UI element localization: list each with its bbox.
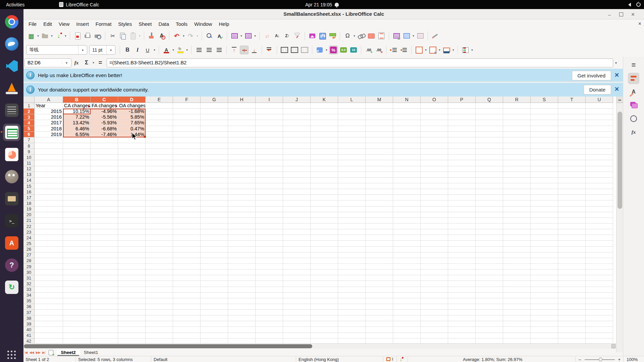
cell-B39[interactable] — [63, 321, 91, 327]
cell-P30[interactable] — [448, 269, 476, 275]
cell-U24[interactable] — [586, 235, 613, 241]
row-header-35[interactable]: 35 — [23, 298, 35, 304]
column-header-N[interactable]: N — [393, 97, 421, 103]
cell-P28[interactable] — [448, 258, 476, 264]
cell-I7[interactable] — [256, 137, 283, 143]
cell-N37[interactable] — [393, 310, 421, 315]
expand-formula-bar-icon[interactable] — [615, 61, 621, 65]
menu-data[interactable]: Data — [155, 20, 172, 28]
cell-G32[interactable] — [201, 281, 228, 287]
cell-A2[interactable]: 2015 — [35, 109, 63, 114]
sidebar-navigator-icon[interactable] — [628, 113, 639, 124]
center-vertically-icon[interactable] — [240, 46, 249, 54]
cell-E27[interactable] — [146, 252, 173, 258]
grid-rows[interactable]: 1YearCA changesFA changesOA changes22015… — [23, 103, 616, 344]
cell-A8[interactable] — [35, 143, 63, 149]
cell-S19[interactable] — [531, 206, 558, 212]
insert-chart-icon[interactable] — [318, 32, 327, 40]
dock-item-terminal[interactable] — [3, 212, 20, 230]
cell-O29[interactable] — [421, 264, 448, 269]
name-box-dropdown-icon[interactable] — [62, 61, 71, 65]
column-header-G[interactable]: G — [201, 97, 228, 103]
cell-D23[interactable] — [118, 229, 146, 235]
cell-R35[interactable] — [503, 298, 531, 304]
cell-F21[interactable] — [173, 218, 201, 224]
cell-P15[interactable] — [448, 183, 476, 189]
cell-R20[interactable] — [503, 212, 531, 218]
cell-G36[interactable] — [201, 304, 228, 310]
new-dropdown-icon[interactable] — [36, 32, 40, 40]
cell-F23[interactable] — [173, 229, 201, 235]
cell-G19[interactable] — [201, 206, 228, 212]
cell-U1[interactable] — [586, 103, 613, 109]
cell-S40[interactable] — [531, 327, 558, 333]
cell-R31[interactable] — [503, 275, 531, 281]
cell-I37[interactable] — [256, 310, 283, 315]
cell-C6[interactable]: -7.46% — [91, 132, 118, 137]
cell-N34[interactable] — [393, 293, 421, 298]
cell-R25[interactable] — [503, 241, 531, 246]
row-header-13[interactable]: 13 — [23, 172, 35, 178]
cell-N31[interactable] — [393, 275, 421, 281]
cell-L19[interactable] — [338, 206, 366, 212]
cell-U7[interactable] — [586, 137, 613, 143]
cell-H41[interactable] — [228, 333, 256, 339]
cell-S20[interactable] — [531, 212, 558, 218]
cell-G20[interactable] — [201, 212, 228, 218]
cell-F11[interactable] — [173, 160, 201, 166]
cell-K23[interactable] — [311, 229, 338, 235]
cell-M31[interactable] — [366, 275, 393, 281]
cell-T8[interactable] — [558, 143, 586, 149]
cell-M17[interactable] — [366, 195, 393, 200]
cell-B29[interactable] — [63, 264, 91, 269]
cell-C33[interactable] — [91, 287, 118, 293]
cell-Q26[interactable] — [476, 247, 503, 252]
cell-L34[interactable] — [338, 293, 366, 298]
cell-B21[interactable] — [63, 218, 91, 224]
cell-A30[interactable] — [35, 269, 63, 275]
cell-G26[interactable] — [201, 247, 228, 252]
open-icon[interactable] — [41, 32, 49, 40]
row-header-1[interactable]: 1 — [23, 103, 35, 109]
cell-I6[interactable] — [256, 132, 283, 137]
freeze-dropdown-icon[interactable] — [412, 32, 415, 40]
cell-E9[interactable] — [146, 149, 173, 155]
horizontal-scrollbar[interactable] — [23, 343, 616, 349]
cell-A26[interactable] — [35, 247, 63, 252]
cell-P12[interactable] — [448, 166, 476, 172]
cell-B32[interactable] — [63, 281, 91, 287]
column-header-A[interactable]: A — [35, 97, 63, 103]
menu-styles[interactable]: Styles — [115, 20, 135, 28]
cell-U19[interactable] — [586, 206, 613, 212]
cell-R33[interactable] — [503, 287, 531, 293]
cell-H26[interactable] — [228, 247, 256, 252]
cell-H11[interactable] — [228, 160, 256, 166]
print-area-icon[interactable] — [416, 32, 425, 40]
cell-E17[interactable] — [146, 195, 173, 200]
cell-K28[interactable] — [311, 258, 338, 264]
cell-M37[interactable] — [366, 310, 393, 315]
cell-J19[interactable] — [283, 206, 311, 212]
cell-C5[interactable]: -6.68% — [91, 126, 118, 132]
cell-N19[interactable] — [393, 206, 421, 212]
menu-view[interactable]: View — [55, 20, 73, 28]
cell-C40[interactable] — [91, 327, 118, 333]
cell-L5[interactable] — [338, 126, 366, 132]
cell-P24[interactable] — [448, 235, 476, 241]
cell-N2[interactable] — [393, 109, 421, 114]
cell-C11[interactable] — [91, 160, 118, 166]
cell-A7[interactable] — [35, 137, 63, 143]
cell-I13[interactable] — [256, 172, 283, 178]
cell-K12[interactable] — [311, 166, 338, 172]
cell-G18[interactable] — [201, 200, 228, 206]
cell-Q30[interactable] — [476, 269, 503, 275]
cell-P13[interactable] — [448, 172, 476, 178]
highlight-color-icon[interactable] — [176, 46, 184, 54]
special-character-icon[interactable] — [343, 32, 352, 40]
cell-C35[interactable] — [91, 298, 118, 304]
percent-format-icon[interactable] — [330, 47, 337, 53]
cell-C4[interactable]: -5.93% — [91, 120, 118, 126]
insert-image-icon[interactable] — [308, 32, 317, 40]
cell-L10[interactable] — [338, 155, 366, 160]
cell-T5[interactable] — [558, 126, 586, 132]
